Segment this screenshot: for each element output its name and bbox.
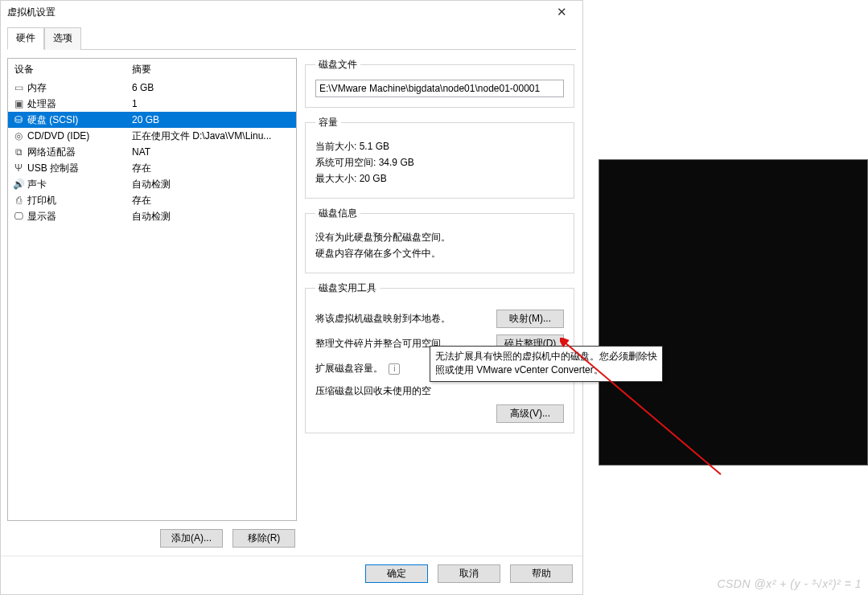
utilities-legend: 磁盘实用工具 bbox=[315, 281, 380, 295]
row-summary: NAT bbox=[132, 146, 293, 158]
vm-settings-dialog: 虚拟机设置 ✕ 硬件 选项 设备 摘要 ▭内存 6 GB ▣处理器 1 bbox=[0, 0, 583, 595]
row-label: 硬盘 (SCSI) bbox=[27, 113, 78, 127]
cancel-button[interactable]: 取消 bbox=[438, 564, 500, 583]
disk-info-group: 磁盘信息 没有为此硬盘预分配磁盘空间。 硬盘内容存储在多个文件中。 bbox=[305, 207, 574, 273]
list-header: 设备 摘要 bbox=[8, 59, 296, 80]
current-size-label: 当前大小: bbox=[315, 141, 356, 152]
max-size-value: 20 GB bbox=[360, 173, 387, 184]
row-summary: 1 bbox=[132, 98, 293, 109]
disk-info-line2: 硬盘内容存储在多个文件中。 bbox=[315, 247, 564, 261]
details-panel: 磁盘文件 容量 当前大小: 5.1 GB 系统可用空间: 34.9 GB 最大大… bbox=[305, 58, 576, 556]
info-icon: i bbox=[389, 363, 400, 375]
row-summary: 正在使用文件 D:\Java\VM\Linu... bbox=[132, 129, 293, 143]
disk-file-path[interactable] bbox=[315, 80, 564, 97]
ok-button[interactable]: 确定 bbox=[365, 564, 428, 583]
row-label: 显示器 bbox=[27, 210, 56, 224]
row-summary: 20 GB bbox=[132, 114, 293, 125]
display-icon: 🖵 bbox=[13, 211, 24, 221]
row-summary: 自动检测 bbox=[132, 210, 293, 224]
list-row-cpu[interactable]: ▣处理器 1 bbox=[8, 96, 296, 112]
background-preview bbox=[599, 159, 868, 466]
list-row-cddvd[interactable]: ◎CD/DVD (IDE) 正在使用文件 D:\Java\VM\Linu... bbox=[8, 128, 296, 144]
close-icon: ✕ bbox=[557, 5, 567, 19]
sound-icon: 🔊 bbox=[13, 179, 24, 189]
memory-icon: ▭ bbox=[13, 83, 24, 92]
row-summary: 存在 bbox=[132, 194, 293, 207]
disk-file-group: 磁盘文件 bbox=[305, 58, 574, 108]
row-summary: 存在 bbox=[132, 162, 293, 175]
hardware-list-panel: 设备 摘要 ▭内存 6 GB ▣处理器 1 ⛁硬盘 (SCSI) 20 GB ◎… bbox=[7, 58, 297, 556]
header-device: 设备 bbox=[11, 63, 132, 76]
nic-icon: ⧉ bbox=[13, 147, 24, 157]
disk-file-legend: 磁盘文件 bbox=[315, 58, 360, 72]
close-button[interactable]: ✕ bbox=[545, 3, 578, 21]
capacity-legend: 容量 bbox=[315, 116, 341, 129]
remove-hardware-button[interactable]: 移除(R) bbox=[232, 529, 295, 548]
advanced-button[interactable]: 高级(V)... bbox=[496, 404, 564, 423]
free-space-value: 34.9 GB bbox=[379, 157, 414, 168]
tab-hardware[interactable]: 硬件 bbox=[7, 27, 44, 50]
row-label: 声卡 bbox=[27, 178, 47, 191]
cd-icon: ◎ bbox=[13, 131, 24, 141]
list-row-usb[interactable]: ΨUSB 控制器 存在 bbox=[8, 160, 296, 176]
list-row-hdd[interactable]: ⛁硬盘 (SCSI) 20 GB bbox=[8, 112, 296, 128]
list-row-memory[interactable]: ▭内存 6 GB bbox=[8, 80, 296, 96]
compact-text: 压缩磁盘以回收未使用的空 bbox=[315, 384, 564, 398]
disk-info-line1: 没有为此硬盘预分配磁盘空间。 bbox=[315, 231, 564, 244]
capacity-group: 容量 当前大小: 5.1 GB 系统可用空间: 34.9 GB 最大大小: 20… bbox=[305, 116, 574, 199]
row-label: 网络适配器 bbox=[27, 146, 76, 159]
hardware-list[interactable]: 设备 摘要 ▭内存 6 GB ▣处理器 1 ⛁硬盘 (SCSI) 20 GB ◎… bbox=[7, 58, 297, 521]
map-text: 将该虚拟机磁盘映射到本地卷。 bbox=[315, 312, 490, 326]
free-space-label: 系统可用空间: bbox=[315, 157, 376, 168]
list-row-display[interactable]: 🖵显示器 自动检测 bbox=[8, 208, 296, 224]
list-row-sound[interactable]: 🔊声卡 自动检测 bbox=[8, 176, 296, 192]
max-size-label: 最大大小: bbox=[315, 173, 356, 184]
tabs: 硬件 选项 bbox=[7, 23, 576, 50]
row-label: CD/DVD (IDE) bbox=[27, 130, 89, 142]
help-button[interactable]: 帮助 bbox=[510, 564, 573, 583]
printer-icon: ⎙ bbox=[13, 195, 24, 205]
dialog-button-bar: 确定 取消 帮助 bbox=[1, 556, 582, 594]
usb-icon: Ψ bbox=[13, 163, 24, 173]
row-label: 处理器 bbox=[27, 97, 56, 111]
list-row-printer[interactable]: ⎙打印机 存在 bbox=[8, 192, 296, 208]
hdd-icon: ⛁ bbox=[13, 115, 24, 125]
cpu-icon: ▣ bbox=[13, 99, 24, 109]
expand-disabled-tooltip: 无法扩展具有快照的虚拟机中的磁盘。您必须删除快照或使用 VMware vCent… bbox=[430, 346, 663, 382]
row-label: 内存 bbox=[27, 81, 47, 95]
row-label: USB 控制器 bbox=[27, 162, 79, 175]
row-label: 打印机 bbox=[27, 194, 56, 207]
current-size-value: 5.1 GB bbox=[360, 141, 389, 152]
row-summary: 自动检测 bbox=[132, 178, 293, 191]
titlebar: 虚拟机设置 ✕ bbox=[1, 1, 582, 23]
tab-options[interactable]: 选项 bbox=[44, 27, 81, 50]
row-summary: 6 GB bbox=[132, 82, 293, 93]
watermark: CSDN @x² + (y - ³√x²)² = 1 bbox=[717, 577, 862, 590]
disk-info-legend: 磁盘信息 bbox=[315, 207, 360, 220]
header-summary: 摘要 bbox=[132, 63, 293, 76]
dialog-title: 虚拟机设置 bbox=[7, 6, 545, 19]
list-row-nic[interactable]: ⧉网络适配器 NAT bbox=[8, 144, 296, 160]
map-button[interactable]: 映射(M)... bbox=[496, 310, 564, 328]
add-hardware-button[interactable]: 添加(A)... bbox=[160, 529, 223, 548]
